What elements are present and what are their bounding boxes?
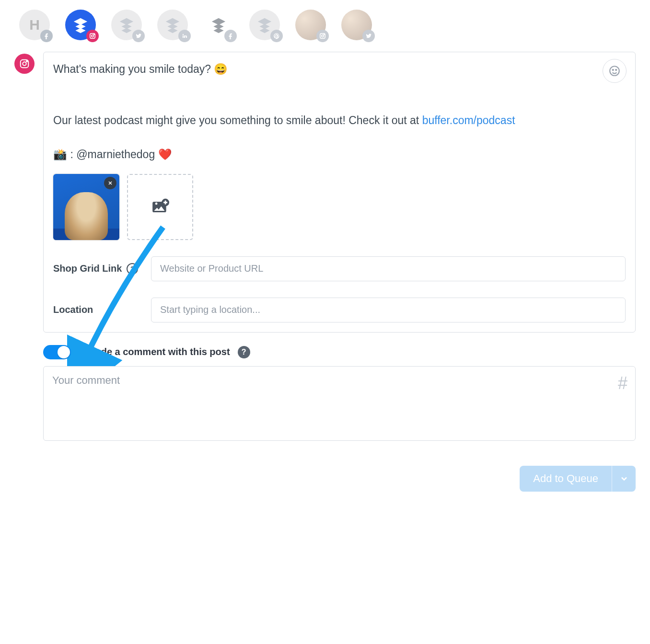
account-selector-row: H <box>14 10 636 40</box>
svg-point-4 <box>322 35 324 37</box>
add-to-queue-button[interactable]: Add to Queue <box>520 466 636 492</box>
pinterest-icon <box>270 30 283 42</box>
account-avatar-instagram[interactable] <box>295 10 326 40</box>
account-buffer-instagram[interactable] <box>65 10 96 40</box>
composer-textarea[interactable]: What's making you smile today? 😄 Our lat… <box>53 61 626 163</box>
composer-credit: 📸 : @marniethedog <box>53 148 158 161</box>
media-thumbnail[interactable] <box>53 174 119 240</box>
include-comment-label: Include a comment with this post <box>79 346 230 357</box>
account-buffer-twitter[interactable] <box>111 10 142 40</box>
account-buffer-pinterest[interactable] <box>249 10 280 40</box>
composer-line1: What's making you smile today? 😄 <box>53 61 626 78</box>
twitter-icon <box>132 30 145 42</box>
facebook-icon <box>40 30 53 42</box>
composer-line2: Our latest podcast might give you someth… <box>53 114 422 126</box>
queue-label: Add to Queue <box>520 466 612 492</box>
comment-box: # <box>43 366 636 441</box>
queue-dropdown-button[interactable] <box>612 466 636 492</box>
composer-link[interactable]: buffer.com/podcast <box>422 114 515 126</box>
account-buffer-facebook-2[interactable] <box>203 10 234 40</box>
linkedin-icon <box>178 30 191 42</box>
network-instagram-icon <box>14 54 35 74</box>
svg-point-11 <box>615 69 616 70</box>
help-icon[interactable]: ? <box>238 346 250 358</box>
svg-point-9 <box>610 66 619 76</box>
svg-point-7 <box>23 62 26 65</box>
svg-point-8 <box>26 61 27 62</box>
facebook-icon <box>224 30 237 42</box>
help-icon[interactable]: ? <box>127 263 138 275</box>
account-avatar-twitter[interactable] <box>341 10 372 40</box>
twitter-icon <box>362 30 375 42</box>
shopgrid-label: Shop Grid Link ? <box>53 263 144 275</box>
heart-emoji: ❤️ <box>158 148 172 161</box>
emoji-picker-button[interactable] <box>603 59 627 83</box>
instagram-icon <box>316 30 329 42</box>
instagram-icon <box>86 30 99 42</box>
shopgrid-input[interactable] <box>151 256 626 281</box>
add-media-button[interactable] <box>127 174 193 240</box>
svg-point-2 <box>94 34 94 34</box>
svg-point-10 <box>613 69 614 70</box>
account-buffer-linkedin[interactable] <box>157 10 188 40</box>
svg-point-1 <box>92 35 94 37</box>
location-label: Location <box>53 304 144 315</box>
account-h-facebook[interactable]: H <box>19 10 50 40</box>
location-input[interactable] <box>151 298 626 322</box>
composer-card: What's making you smile today? 😄 Our lat… <box>43 52 636 333</box>
comment-input[interactable] <box>44 367 635 438</box>
include-comment-toggle[interactable] <box>43 345 71 359</box>
remove-media-button[interactable] <box>104 177 116 189</box>
svg-point-5 <box>324 34 325 34</box>
hashtag-button[interactable]: # <box>618 373 627 393</box>
